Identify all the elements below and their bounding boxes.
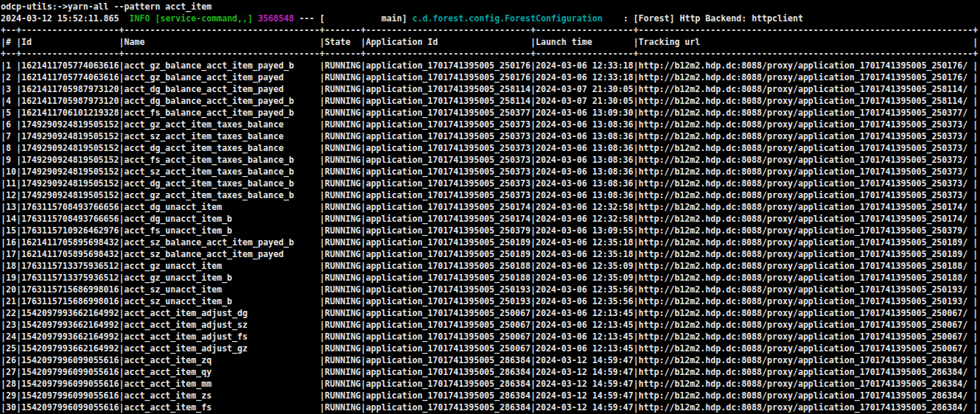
- log-segment-fg: --- [ main]: [294, 13, 413, 24]
- table-row: |6 |1749290924819505152|acct_gz_acct_ite…: [1, 119, 980, 130]
- table-row-cells: |6 |1749290924819505152|acct_gz_acct_ite…: [1, 119, 639, 130]
- table-row: |25|1542097993662164992|acct_acct_item_a…: [1, 343, 980, 354]
- table-row-end: |: [967, 84, 978, 94]
- tracking-url-link[interactable]: http://b12m2.hdp.dc:8088/proxy/applicati…: [639, 320, 968, 330]
- table-row: |9 |1749290924819505152|acct_fs_acct_ite…: [1, 154, 980, 166]
- tracking-url-link[interactable]: http://b12m2.hdp.dc:8088/proxy/applicati…: [639, 178, 968, 189]
- table-row-end: |: [967, 402, 978, 413]
- table-row-cells: |23|1542097993662164992|acct_acct_item_a…: [1, 320, 639, 330]
- table-row: |15|1763115710926462976|acct_fs_unacct_i…: [1, 225, 980, 236]
- tracking-url-link[interactable]: http://b12m2.hdp.dc:8088/proxy/applicati…: [639, 84, 968, 94]
- tracking-url-link[interactable]: http://b12m2.hdp.dc:8088/proxy/applicati…: [639, 273, 968, 283]
- table-row-end: |: [967, 60, 978, 71]
- table-row-cells: |25|1542097993662164992|acct_acct_item_a…: [1, 343, 639, 354]
- table-header-row: |# |Id |Name |State |Application Id |Lau…: [1, 36, 980, 48]
- tracking-url-link[interactable]: http://b12m2.hdp.dc:8088/proxy/applicati…: [639, 237, 968, 248]
- command-text: odcp-utils:->yarn-all --pattern acct_ite…: [1, 1, 211, 12]
- table-row-cells: |29|1542097996099055616|acct_acct_item_z…: [1, 390, 639, 401]
- tracking-url-link[interactable]: http://b12m2.hdp.dc:8088/proxy/applicati…: [639, 166, 968, 177]
- tracking-url-link[interactable]: http://b12m2.hdp.dc:8088/proxy/applicati…: [639, 390, 968, 401]
- tracking-url-link[interactable]: http://b12m2.hdp.dc:8088/proxy/applicati…: [639, 119, 968, 130]
- table-row-cells: |5 |1621411706101219328|acct_fs_balance_…: [1, 108, 639, 118]
- table-row: |3 |1621411705987973120|acct_dg_balance_…: [1, 83, 980, 95]
- log-segment-green: INFO: [130, 13, 150, 24]
- table-row-end: |: [967, 178, 978, 189]
- table-row: |26|1542097996099055616|acct_acct_item_z…: [1, 354, 980, 366]
- table-row-cells: |3 |1621411705987973120|acct_dg_balance_…: [1, 84, 639, 94]
- tracking-url-link[interactable]: http://b12m2.hdp.dc:8088/proxy/applicati…: [639, 143, 968, 153]
- log-segment-fg: : [Forest] Http Backend: httpclient: [603, 13, 803, 24]
- table-row: |16|1621411705895698432|acct_sz_balance_…: [1, 236, 980, 248]
- tracking-url-link[interactable]: http://b12m2.hdp.dc:8088/proxy/applicati…: [639, 72, 968, 83]
- table-row: |28|1542097996099055616|acct_acct_item_m…: [1, 378, 980, 390]
- log-segment-fg: 2024-03-12 15:52:11.865: [1, 13, 130, 24]
- log-segment-cyan: c.d.forest.config.ForestConfiguration: [412, 13, 602, 24]
- table-row-cells: |2 |1621411705774063616|acct_gz_balance_…: [1, 72, 639, 83]
- tracking-url-link[interactable]: http://b12m2.hdp.dc:8088/proxy/applicati…: [639, 225, 968, 236]
- table-row-end: |: [967, 131, 978, 141]
- tracking-url-link[interactable]: http://b12m2.hdp.dc:8088/proxy/applicati…: [639, 96, 968, 106]
- tracking-url-link[interactable]: http://b12m2.hdp.dc:8088/proxy/applicati…: [639, 202, 968, 212]
- table-row-end: |: [967, 166, 978, 177]
- table-row-cells: |4 |1621411705987973120|acct_dg_balance_…: [1, 96, 639, 106]
- table-row-cells: |16|1621411705895698432|acct_sz_balance_…: [1, 237, 639, 248]
- tracking-url-link[interactable]: http://b12m2.hdp.dc:8088/proxy/applicati…: [639, 331, 968, 342]
- table-row-end: |: [967, 343, 978, 354]
- table-row: |10|1749290924819505152|acct_sz_acct_ite…: [1, 166, 980, 178]
- table-row: |1 |1621411705774063616|acct_gz_balance_…: [1, 60, 980, 71]
- table-row-cells: |24|1542097993662164992|acct_acct_item_a…: [1, 331, 639, 342]
- table-row: |18|1763115713375936512|acct_gz_unacct_i…: [1, 260, 980, 272]
- table-row: |13|1763115708493766656|acct_dg_unacct_i…: [1, 201, 980, 213]
- tracking-url-link[interactable]: http://b12m2.hdp.dc:8088/proxy/applicati…: [639, 108, 968, 118]
- tracking-url-link[interactable]: http://b12m2.hdp.dc:8088/proxy/applicati…: [639, 190, 968, 200]
- table-row-cells: |9 |1749290924819505152|acct_fs_acct_ite…: [1, 155, 639, 165]
- table-row-cells: |20|1763115715686998016|acct_sz_unacct_i…: [1, 284, 639, 295]
- tracking-url-link[interactable]: http://b12m2.hdp.dc:8088/proxy/applicati…: [639, 296, 968, 306]
- table-row-cells: |8 |1749290924819505152|acct_dg_acct_ite…: [1, 143, 639, 153]
- table-row-cells: |1 |1621411705774063616|acct_gz_balance_…: [1, 60, 639, 71]
- table-row-cells: |19|1763115713375936512|acct_gz_unacct_i…: [1, 273, 639, 283]
- table-row: |24|1542097993662164992|acct_acct_item_a…: [1, 331, 980, 343]
- tracking-url-link[interactable]: http://b12m2.hdp.dc:8088/proxy/applicati…: [639, 214, 968, 224]
- tracking-url-link[interactable]: http://b12m2.hdp.dc:8088/proxy/applicati…: [639, 367, 968, 377]
- table-row: |29|1542097996099055616|acct_acct_item_z…: [1, 390, 980, 401]
- table-row-end: |: [967, 367, 978, 377]
- table-row-cells: |21|1763115715686998016|acct_sz_unacct_i…: [1, 296, 639, 306]
- table-row-end: |: [967, 320, 978, 330]
- table-row-end: |: [967, 202, 978, 212]
- tracking-url-link[interactable]: http://b12m2.hdp.dc:8088/proxy/applicati…: [639, 155, 968, 165]
- tracking-url-link[interactable]: http://b12m2.hdp.dc:8088/proxy/applicati…: [639, 284, 968, 295]
- table-row: |7 |1749290924819505152|acct_sz_acct_ite…: [1, 130, 980, 142]
- table-row-end: |: [967, 225, 978, 236]
- tracking-url-link[interactable]: http://b12m2.hdp.dc:8088/proxy/applicati…: [639, 402, 968, 413]
- table-row: |11|1749290924819505152|acct_dg_acct_ite…: [1, 178, 980, 189]
- table-border: +--+-------------------+----------------…: [1, 48, 980, 60]
- table-row-end: |: [967, 155, 978, 165]
- table-row: |30|1542097996099055616|acct_acct_item_f…: [1, 401, 980, 413]
- table-row-end: |: [967, 249, 978, 259]
- table-row: |2 |1621411705774063616|acct_gz_balance_…: [1, 71, 980, 83]
- table-row-end: |: [967, 308, 978, 318]
- table-row-cells: |27|1542097996099055616|acct_acct_item_q…: [1, 367, 639, 377]
- table-row-end: |: [967, 96, 978, 106]
- table-row: |4 |1621411705987973120|acct_dg_balance_…: [1, 95, 980, 107]
- table-row-end: |: [967, 143, 978, 153]
- table-row-end: |: [967, 119, 978, 130]
- tracking-url-link[interactable]: http://b12m2.hdp.dc:8088/proxy/applicati…: [639, 355, 968, 365]
- tracking-url-link[interactable]: http://b12m2.hdp.dc:8088/proxy/applicati…: [639, 343, 968, 354]
- table-row-end: |: [967, 214, 978, 224]
- tracking-url-link[interactable]: http://b12m2.hdp.dc:8088/proxy/applicati…: [639, 379, 968, 389]
- table-row-end: |: [967, 72, 978, 83]
- tracking-url-link[interactable]: http://b12m2.hdp.dc:8088/proxy/applicati…: [639, 131, 968, 141]
- table-border: +--+-------------------+----------------…: [1, 24, 980, 36]
- tracking-url-link[interactable]: http://b12m2.hdp.dc:8088/proxy/applicati…: [639, 249, 968, 259]
- tracking-url-link[interactable]: http://b12m2.hdp.dc:8088/proxy/applicati…: [639, 261, 968, 271]
- log-segment-green: [service-command,,]: [155, 13, 253, 24]
- table-row-end: |: [967, 190, 978, 200]
- tracking-url-link[interactable]: http://b12m2.hdp.dc:8088/proxy/applicati…: [639, 308, 968, 318]
- tracking-url-link[interactable]: http://b12m2.hdp.dc:8088/proxy/applicati…: [639, 60, 968, 71]
- table-row-cells: |14|1763115708493766656|acct_dg_unacct_i…: [1, 214, 639, 224]
- table-row-cells: |30|1542097996099055616|acct_acct_item_f…: [1, 402, 639, 413]
- terminal-window[interactable]: odcp-utils:->yarn-all --pattern acct_ite…: [0, 0, 980, 414]
- table-row: |8 |1749290924819505152|acct_dg_acct_ite…: [1, 142, 980, 154]
